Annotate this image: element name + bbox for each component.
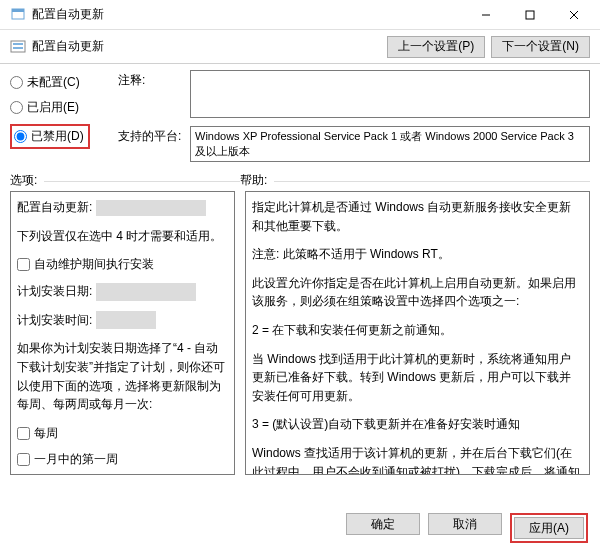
minimize-button[interactable] <box>464 1 508 29</box>
options-title: 配置自动更新: <box>17 200 92 214</box>
comment-label: 注释: <box>118 70 182 118</box>
options-tip: 如果你为计划安装日期选择了“4 - 自动下载计划安装”并指定了计划，则你还可以使… <box>17 339 228 413</box>
highlight-disabled: 已禁用(D) <box>10 124 90 149</box>
radio-label: 已禁用(D) <box>31 128 84 145</box>
options-section-label: 选项: <box>10 173 37 187</box>
platform-label: 支持的平台: <box>118 126 182 162</box>
cb-label: 每周 <box>34 424 58 443</box>
app-icon <box>10 7 26 23</box>
svg-rect-8 <box>13 47 23 49</box>
cb-first-week[interactable]: 一月中的第一周 <box>17 450 228 469</box>
svg-rect-6 <box>11 41 25 52</box>
subheader: 配置自动更新 上一个设置(P) 下一个设置(N) <box>0 30 600 64</box>
policy-icon <box>10 39 26 55</box>
svg-rect-7 <box>13 43 23 45</box>
cancel-button[interactable]: 取消 <box>428 513 502 535</box>
prev-setting-button[interactable]: 上一个设置(P) <box>387 36 485 58</box>
install-time-label: 计划安装时间: <box>17 313 92 327</box>
svg-rect-1 <box>12 9 24 12</box>
state-radio-group: 未配置(C) 已启用(E) 已禁用(D) <box>10 70 118 162</box>
subheader-title: 配置自动更新 <box>32 38 387 55</box>
window-title: 配置自动更新 <box>32 6 464 23</box>
maximize-button[interactable] <box>508 1 552 29</box>
cb-every-week[interactable]: 每周 <box>17 424 228 443</box>
install-time-combo <box>96 311 156 329</box>
cb-label: 自动维护期间执行安装 <box>34 255 154 274</box>
install-day-combo <box>96 283 196 301</box>
highlight-apply: 应用(A) <box>510 513 588 543</box>
comment-textarea[interactable] <box>190 70 590 118</box>
help-section-label: 帮助: <box>240 173 267 187</box>
options-pane[interactable]: 配置自动更新: 下列设置仅在选中 4 时才需要和适用。 自动维护期间执行安装 计… <box>10 191 235 475</box>
radio-not-configured[interactable]: 未配置(C) <box>10 74 118 91</box>
config-combo-placeholder <box>96 200 206 216</box>
supported-platform-box[interactable]: Windows XP Professional Service Pack 1 或… <box>190 126 590 162</box>
help-text: 注意: 此策略不适用于 Windows RT。 <box>252 245 583 264</box>
cb-maintenance[interactable]: 自动维护期间执行安装 <box>17 255 228 274</box>
cb-label: 一月中的第一周 <box>34 450 118 469</box>
help-text: 2 = 在下载和安装任何更新之前通知。 <box>252 321 583 340</box>
radio-label: 已启用(E) <box>27 99 79 116</box>
svg-rect-3 <box>526 11 534 19</box>
radio-enabled[interactable]: 已启用(E) <box>10 99 118 116</box>
help-text: 当 Windows 找到适用于此计算机的更新时，系统将通知用户更新已准备好下载。… <box>252 350 583 406</box>
close-button[interactable] <box>552 1 596 29</box>
ok-button[interactable]: 确定 <box>346 513 420 535</box>
options-note: 下列设置仅在选中 4 时才需要和适用。 <box>17 227 228 246</box>
help-text: 指定此计算机是否通过 Windows 自动更新服务接收安全更新和其他重要下载。 <box>252 198 583 235</box>
help-pane[interactable]: 指定此计算机是否通过 Windows 自动更新服务接收安全更新和其他重要下载。 … <box>245 191 590 475</box>
help-text: Windows 查找适用于该计算机的更新，并在后台下载它们(在此过程中，用户不会… <box>252 444 583 475</box>
help-text: 此设置允许你指定是否在此计算机上启用自动更新。如果启用该服务，则必须在组策略设置… <box>252 274 583 311</box>
apply-button[interactable]: 应用(A) <box>514 517 584 539</box>
footer: 确定 取消 应用(A) <box>0 503 600 553</box>
help-text: 3 = (默认设置)自动下载更新并在准备好安装时通知 <box>252 415 583 434</box>
titlebar: 配置自动更新 <box>0 0 600 30</box>
radio-disabled[interactable]: 已禁用(D) <box>14 128 84 145</box>
next-setting-button[interactable]: 下一个设置(N) <box>491 36 590 58</box>
radio-label: 未配置(C) <box>27 74 80 91</box>
install-day-label: 计划安装日期: <box>17 284 92 298</box>
